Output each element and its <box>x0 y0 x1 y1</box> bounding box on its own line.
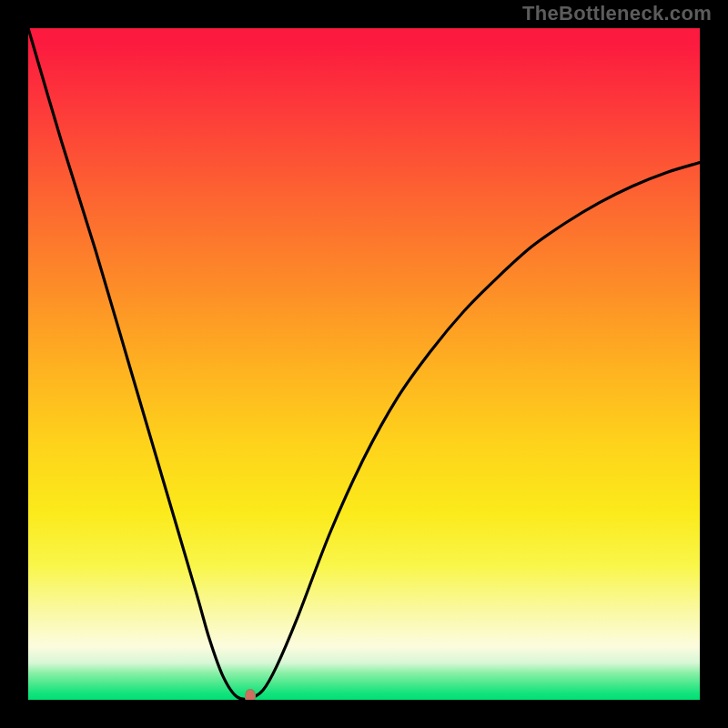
watermark-text: TheBottleneck.com <box>522 2 712 25</box>
curve-svg <box>28 28 700 700</box>
bottleneck-curve <box>28 28 700 699</box>
minimum-marker <box>245 689 256 700</box>
plot-area <box>28 28 700 700</box>
chart-frame: TheBottleneck.com <box>0 0 728 728</box>
